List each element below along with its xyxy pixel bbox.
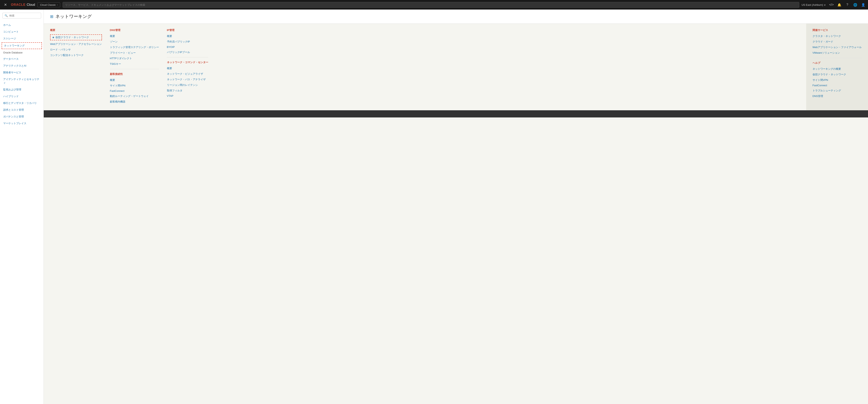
link-help-dns[interactable]: DNS管理	[812, 94, 862, 98]
sidebar: 🔍 ホーム コンピュート ストレージ ネットワーキング Oracle Datab…	[0, 9, 44, 404]
section-title-related: 関連サービス	[812, 28, 862, 32]
sidebar-item-governance[interactable]: ガバナンスと管理	[0, 113, 43, 120]
link-help-vcn[interactable]: 仮想クラウド・ネットワーク	[812, 73, 862, 76]
link-waf[interactable]: Webアプリケーション・ファイアウォール	[812, 45, 862, 49]
chevron-down-icon: ∨	[824, 3, 826, 6]
sidebar-search-container[interactable]: 🔍	[2, 13, 41, 19]
section-title-dns: DNS管理	[110, 28, 159, 32]
sidebar-item-analytics[interactable]: アナリティクスとAI	[0, 62, 43, 69]
link-fastconnect[interactable]: FastConnect	[110, 89, 159, 92]
link-reserved-ip[interactable]: 予約済パブリックIP	[167, 40, 208, 43]
section-title-connectivity: 顧客接続性	[110, 72, 159, 76]
sidebar-item-storage[interactable]: ストレージ	[0, 35, 43, 42]
menu-col-overview: 概要 ★ 仮想クラウド・ネットワーク Webアプリケーション・アクセラレーション…	[50, 28, 102, 105]
link-load-balancer[interactable]: ロード・バランサ	[50, 48, 102, 52]
link-ncc-overview[interactable]: 概要	[167, 67, 208, 70]
link-cluster-network[interactable]: クラスタ・ネットワーク	[812, 34, 862, 38]
section-title-help: ヘルプ	[812, 61, 862, 65]
star-icon: ★	[52, 36, 55, 39]
search-icon: 🔍	[5, 14, 8, 17]
topbar-right: US East (Ashburn) ∨ </> 🔔 ? 🌐 👤	[802, 2, 866, 7]
link-traffic-mgmt[interactable]: トラフィック管理ステアリング・ポリシー	[110, 45, 159, 49]
menu-grid: 概要 ★ 仮想クラウド・ネットワーク Webアプリケーション・アクセラレーション…	[44, 24, 806, 110]
cloud-logo: Cloud	[27, 3, 35, 6]
link-path-analyzer[interactable]: ネットワーク・パス・アナライザ	[167, 78, 208, 81]
link-cloud-guard[interactable]: クラウド・ガード	[812, 40, 862, 43]
link-visualizer[interactable]: ネットワーク・ビジュアライザ	[167, 72, 208, 76]
link-dns-overview[interactable]: 概要	[110, 34, 159, 38]
sidebar-item-oracle-database[interactable]: Oracle Database	[0, 50, 43, 56]
networking-icon: ⊞	[50, 14, 54, 19]
link-help-networking-overview[interactable]: ネットワーキングの概要	[812, 67, 862, 71]
sidebar-item-database[interactable]: データベース	[0, 56, 43, 62]
sidebar-item-networking[interactable]: ネットワーキング	[2, 42, 42, 49]
page-title: ネットワーキング	[56, 13, 92, 20]
link-zone[interactable]: ゾーン	[110, 40, 159, 43]
region-selector[interactable]: US East (Ashburn) ∨	[802, 3, 826, 6]
sidebar-item-compute[interactable]: コンピュート	[0, 28, 43, 35]
link-help-troubleshoot[interactable]: トラブルシューティング	[812, 89, 862, 92]
related-services-column: 関連サービス クラスタ・ネットワーク クラウド・ガード Webアプリケーション・…	[806, 24, 868, 110]
oracle-logo: ORACLE	[11, 3, 26, 6]
link-byoip[interactable]: BYOIP	[167, 45, 208, 49]
topbar: ✕ ORACLE Cloud Cloud Classic › US East (…	[0, 0, 868, 9]
sidebar-item-migration[interactable]: 移行とディザスタ・リカバリ	[0, 100, 43, 106]
sidebar-item-hybrid[interactable]: ハイブリッド	[0, 93, 43, 100]
link-help-site-vpn[interactable]: サイト間VPN	[812, 78, 862, 82]
link-vmware[interactable]: VMwareソリューション	[812, 51, 862, 55]
sidebar-search-input[interactable]	[9, 14, 39, 17]
sidebar-item-marketplace[interactable]: マーケットプレイス	[0, 120, 43, 127]
sidebar-item-monitor[interactable]: 監視および管理	[0, 86, 43, 93]
menu-col-ip: IP管理 概要 予約済パブリックIP BYOIP パブリックIPプール ネットワ…	[167, 28, 208, 105]
sidebar-item-billing[interactable]: 請求とコスト管理	[0, 106, 43, 113]
section-title-network-command: ネットワーク・コマンド・センター	[167, 61, 208, 64]
globe-icon[interactable]: 🌐	[853, 2, 858, 7]
chevron-right-icon: ›	[57, 4, 58, 6]
link-capture-filter[interactable]: 取得フィルタ	[167, 89, 208, 92]
section-title-overview: 概要	[50, 28, 102, 32]
help-icon[interactable]: ?	[845, 2, 850, 7]
main-content: ⊞ ネットワーキング 概要 ★ 仮想クラウド・ネットワーク Webアプリケーショ…	[44, 9, 868, 404]
link-ip-overview[interactable]: 概要	[167, 34, 208, 38]
link-cdn[interactable]: コンテンツ配信ネットワーク	[50, 54, 102, 57]
menu-col-dns: DNS管理 概要 ゾーン トラフィック管理ステアリング・ポリシー プライベート・…	[110, 28, 159, 105]
link-cpe[interactable]: 顧客構内機器	[110, 100, 159, 103]
code-icon[interactable]: </>	[829, 2, 834, 7]
link-region-latency[interactable]: リージョン間のレイテンシ	[167, 83, 208, 87]
link-help-fastconnect[interactable]: FastConnect	[812, 84, 862, 87]
cloud-classic-button[interactable]: Cloud Classic ›	[37, 2, 60, 7]
link-private-view[interactable]: プライベート・ビュー	[110, 51, 159, 55]
sidebar-item-identity[interactable]: アイデンティティとセキュリティ	[0, 76, 43, 86]
sidebar-item-home[interactable]: ホーム	[0, 22, 43, 28]
global-search-input[interactable]	[63, 2, 799, 8]
link-public-ip-pool[interactable]: パブリックIPプール	[167, 51, 208, 54]
close-button[interactable]: ✕	[2, 2, 8, 8]
logo: ORACLE Cloud	[11, 3, 35, 6]
link-site-vpn[interactable]: サイト間VPN	[110, 84, 159, 87]
page-header: ⊞ ネットワーキング	[44, 9, 868, 24]
link-web-acceleration[interactable]: Webアプリケーション・アクセラレーション	[50, 42, 102, 46]
sidebar-item-developer[interactable]: 開発者サービス	[0, 69, 43, 76]
link-dynamic-routing[interactable]: 動的ルーティング・ゲートウェイ	[110, 94, 159, 98]
footer-bar	[44, 110, 868, 118]
link-http-redirect[interactable]: HTTPリダイレクト	[110, 57, 159, 60]
link-conn-overview[interactable]: 概要	[110, 78, 159, 82]
layout: 🔍 ホーム コンピュート ストレージ ネットワーキング Oracle Datab…	[0, 9, 868, 404]
link-vtap[interactable]: VTAP	[167, 94, 208, 97]
link-tsig[interactable]: TSIGキー	[110, 62, 159, 66]
bell-icon[interactable]: 🔔	[837, 2, 842, 7]
user-icon[interactable]: 👤	[861, 2, 866, 7]
section-title-ip: IP管理	[167, 28, 208, 32]
link-vcn[interactable]: ★ 仮想クラウド・ネットワーク	[50, 34, 102, 40]
